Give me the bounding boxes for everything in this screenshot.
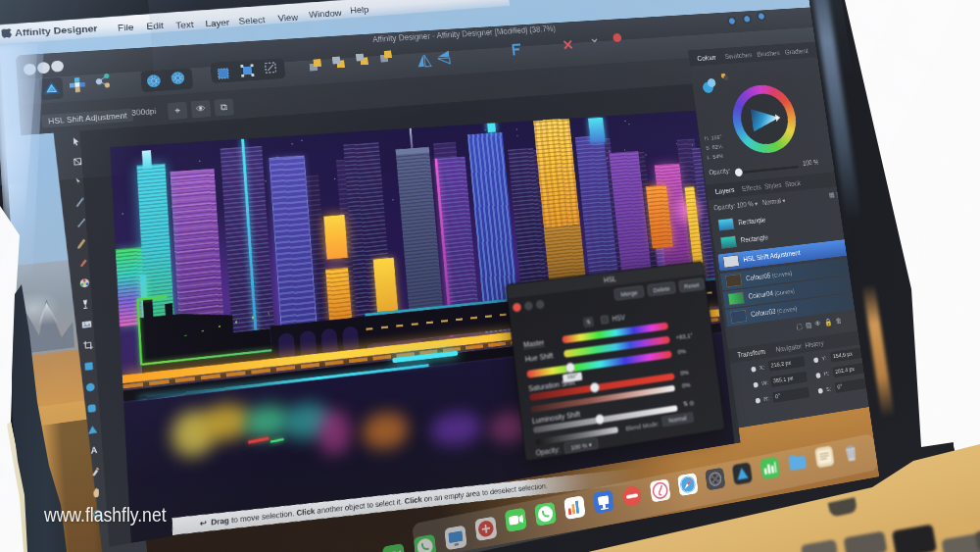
svg-text:A: A xyxy=(90,444,98,455)
